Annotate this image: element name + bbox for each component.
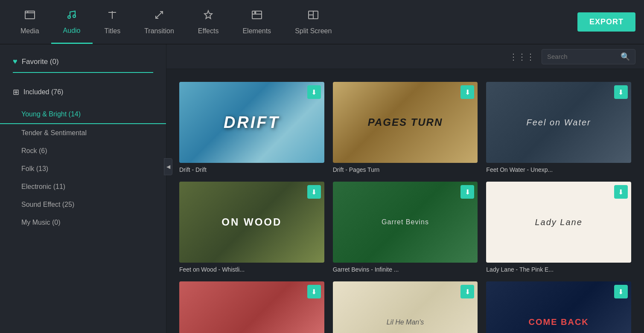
- nav-item-split-screen[interactable]: Split Screen: [283, 0, 344, 44]
- sidebar-item-sound-effect[interactable]: Sound Effect (25): [0, 196, 166, 214]
- download-icon: ⬇: [618, 288, 624, 296]
- nav-elements-label: Elements: [242, 27, 271, 35]
- sidebar-collapse-arrow[interactable]: ◀: [164, 158, 172, 175]
- card-row3c[interactable]: ⬇: [482, 277, 635, 333]
- my-music-label: My Music (0): [21, 219, 61, 226]
- card-feet-wood[interactable]: ⬇ Feet on Wood - Whistli...: [175, 177, 329, 277]
- card-drift-drift[interactable]: ⬇ Drift - Drift: [175, 78, 329, 177]
- nav-item-elements[interactable]: Elements: [230, 0, 283, 44]
- card-thumb-row3c: ⬇: [486, 281, 631, 333]
- card-thumb-garret-infinite: ⬇: [333, 182, 478, 263]
- svg-rect-7: [252, 11, 262, 19]
- sidebar-item-electronic[interactable]: Electronic (11): [0, 178, 166, 196]
- sidebar-item-young-bright[interactable]: Young & Bright (14): [0, 105, 166, 124]
- included-header: ⊞ Included (76): [0, 87, 166, 97]
- content-toolbar: ⋮⋮⋮ 🔍: [166, 44, 644, 69]
- svg-marker-6: [204, 11, 212, 19]
- nav-transition-label: Transition: [144, 27, 174, 35]
- card-thumb-image: [486, 182, 631, 263]
- rock-label: Rock (6): [21, 147, 47, 154]
- card-row3a[interactable]: ⬇: [175, 277, 329, 333]
- download-button[interactable]: ⬇: [614, 285, 628, 298]
- elements-icon: [251, 9, 263, 24]
- nav-item-transition[interactable]: Transition: [132, 0, 186, 44]
- search-box: 🔍: [542, 49, 635, 64]
- top-navigation: Media Audio Titles Tran: [0, 0, 644, 44]
- search-icon[interactable]: 🔍: [621, 52, 630, 61]
- card-thumb-drift-drift: ⬇: [179, 82, 324, 163]
- card-title: Drift - Drift: [179, 166, 324, 173]
- sidebar-item-tender[interactable]: Tender & Sentimental: [0, 124, 166, 142]
- effects-icon: [202, 9, 214, 24]
- electronic-label: Electronic (11): [21, 183, 65, 190]
- card-feet-water[interactable]: ⬇ Feet On Water - Unexp...: [482, 78, 635, 177]
- sound-effect-label: Sound Effect (25): [21, 201, 74, 208]
- nav-effects-label: Effects: [198, 27, 219, 35]
- folk-label: Folk (13): [21, 165, 48, 172]
- included-label: Included (76): [23, 88, 63, 96]
- card-row3b[interactable]: ⬇: [329, 277, 482, 333]
- download-button[interactable]: ⬇: [460, 185, 474, 199]
- card-drift-pages[interactable]: ⬇ Drift - Pages Turn: [329, 78, 482, 177]
- nav-audio-label: Audio: [63, 27, 81, 35]
- nav-item-titles[interactable]: Titles: [93, 0, 133, 44]
- download-button[interactable]: ⬇: [614, 185, 628, 199]
- download-button[interactable]: ⬇: [307, 185, 321, 199]
- search-input[interactable]: [547, 53, 617, 60]
- sidebar-item-my-music[interactable]: My Music (0): [0, 214, 166, 232]
- card-title: Drift - Pages Turn: [333, 166, 478, 173]
- content-area: ⋮⋮⋮ 🔍 ⬇ Drift - Drift: [166, 44, 644, 333]
- audio-icon: [66, 9, 78, 23]
- download-icon: ⬇: [465, 188, 470, 196]
- sidebar-item-folk[interactable]: Folk (13): [0, 160, 166, 178]
- heart-icon: ♥: [13, 57, 17, 66]
- nav-item-effects[interactable]: Effects: [186, 0, 231, 44]
- audio-cards-grid: ⬇ Drift - Drift ⬇ Drift - Pages Turn: [166, 69, 644, 333]
- export-button[interactable]: EXPORT: [577, 12, 635, 32]
- download-button[interactable]: ⬇: [307, 85, 321, 99]
- chevron-left-icon: ◀: [166, 164, 170, 170]
- grid-view-toggle-icon[interactable]: ⋮⋮⋮: [509, 52, 535, 62]
- favorite-label: Favorite (0): [22, 58, 59, 66]
- card-thumb-image: [179, 82, 324, 163]
- card-title: Feet On Water - Unexp...: [486, 166, 631, 173]
- card-thumb-image: [179, 281, 324, 333]
- card-title: Feet on Wood - Whistli...: [179, 266, 324, 273]
- main-layout: ♥ Favorite (0) ⊞ Included (76) Young & B…: [0, 44, 644, 333]
- nav-titles-label: Titles: [105, 27, 121, 35]
- card-garret-infinite[interactable]: ⬇ Garret Bevins - Infinite ...: [329, 177, 482, 277]
- card-thumb-image: [486, 82, 631, 163]
- split-screen-icon: [307, 9, 319, 24]
- card-thumb-image: [179, 182, 324, 263]
- download-icon: ⬇: [618, 188, 624, 196]
- titles-icon: [106, 9, 118, 24]
- download-icon: ⬇: [311, 288, 317, 296]
- download-button[interactable]: ⬇: [614, 85, 628, 99]
- download-button[interactable]: ⬇: [460, 85, 474, 99]
- download-button[interactable]: ⬇: [460, 285, 474, 298]
- favorite-section: ♥ Favorite (0): [0, 53, 166, 87]
- card-lady-lane[interactable]: ⬇ Lady Lane - The Pink E...: [482, 177, 635, 277]
- download-button[interactable]: ⬇: [307, 285, 321, 298]
- card-thumb-image: [486, 281, 631, 333]
- nav-item-audio[interactable]: Audio: [51, 0, 93, 44]
- card-thumb-drift-pages: ⬇: [333, 82, 478, 163]
- nav-item-media[interactable]: Media: [9, 0, 51, 44]
- card-thumb-image: [333, 281, 478, 333]
- svg-point-8: [254, 12, 256, 13]
- favorite-item[interactable]: ♥ Favorite (0): [13, 57, 153, 73]
- card-title: Garret Bevins - Infinite ...: [333, 266, 478, 273]
- media-icon: [24, 9, 36, 24]
- transition-icon: [153, 9, 165, 24]
- sidebar: ♥ Favorite (0) ⊞ Included (76) Young & B…: [0, 44, 166, 333]
- card-thumb-lady-lane: ⬇: [486, 182, 631, 263]
- svg-point-2: [68, 16, 70, 18]
- card-thumb-image: [333, 82, 478, 163]
- young-bright-label: Young & Bright (14): [21, 110, 81, 118]
- card-title: Lady Lane - The Pink E...: [486, 266, 631, 273]
- card-thumb-row3b: ⬇: [333, 281, 478, 333]
- card-thumb-feet-wood: ⬇: [179, 182, 324, 263]
- sidebar-item-rock[interactable]: Rock (6): [0, 142, 166, 160]
- download-icon: ⬇: [465, 88, 470, 96]
- nav-media-label: Media: [20, 27, 39, 35]
